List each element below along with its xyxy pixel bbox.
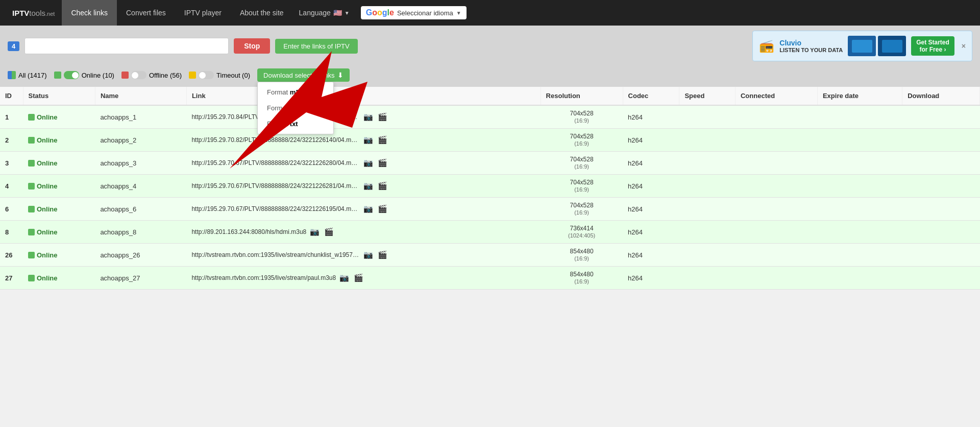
nav-iptv-player[interactable]: IPTV player <box>175 0 231 26</box>
top-nav: IPTVtools.net Check links Convert files … <box>0 0 980 26</box>
play-link-button[interactable]: 🎬 <box>377 181 388 191</box>
cell-status: Online <box>23 152 95 175</box>
play-link-button[interactable]: 🎬 <box>377 250 388 259</box>
copy-link-button[interactable]: 📷 <box>338 273 350 282</box>
badge-count: 4 <box>8 41 19 51</box>
ad-cta-button[interactable]: Get Started for Free › <box>911 36 954 56</box>
link-text: http://195.29.70.82/PLTV/88888888/224/32… <box>191 136 360 144</box>
play-link-button[interactable]: 🎬 <box>377 112 388 122</box>
filter-offline[interactable]: Offline (56) <box>121 71 182 79</box>
cell-resolution: 854x480(16:9) <box>541 244 623 267</box>
status-dot <box>28 275 35 281</box>
copy-link-button[interactable]: 📷 <box>362 204 374 214</box>
table-row: 4 Online achoapps_4 http://195.29.70.67/… <box>0 175 980 198</box>
filter-online[interactable]: Online (10) <box>54 71 114 79</box>
cell-download <box>902 198 980 221</box>
cell-connected <box>735 175 817 198</box>
cell-codec: h264 <box>623 198 679 221</box>
col-header-speed: Speed <box>679 87 736 105</box>
cell-id: 8 <box>0 221 23 244</box>
status-text: Online <box>37 205 57 213</box>
cell-id: 27 <box>0 267 23 290</box>
cell-resolution: 854x480(16:9) <box>541 267 623 290</box>
ad-image-placeholder <box>848 36 906 56</box>
download-selected-button[interactable]: Download selected links ⬇ <box>257 68 350 82</box>
format-cfg-item[interactable]: Format cfg <box>258 100 333 116</box>
cell-connected <box>735 221 817 244</box>
cell-download <box>902 221 980 244</box>
copy-link-button[interactable]: 📷 <box>309 227 321 236</box>
table-row: 26 Online achoapps_26 http://tvstream.rt… <box>0 244 980 267</box>
copy-link-button[interactable]: 📷 <box>362 135 374 145</box>
play-link-button[interactable]: 🎬 <box>377 204 388 214</box>
download-icon: ⬇ <box>337 71 344 79</box>
format-m3u-item[interactable]: Format m3u <box>258 84 333 100</box>
filter-timeout[interactable]: Timeout (0) <box>189 71 250 79</box>
status-text: Online <box>37 113 57 121</box>
cell-speed <box>679 105 736 129</box>
format-txt-value: txt <box>290 120 298 128</box>
cell-codec: h264 <box>623 244 679 267</box>
cell-name: achoapps_3 <box>95 152 186 175</box>
status-dot <box>28 229 35 235</box>
brand-logo[interactable]: IPTVtools.net <box>5 9 62 17</box>
enter-links-button[interactable]: Enter the links of IPTV <box>275 39 357 54</box>
format-txt-item[interactable]: Format txt <box>258 116 333 132</box>
toggle-timeout[interactable] <box>199 71 214 79</box>
ad-text-block: Cluvio LISTEN TO YOUR DATA <box>779 39 843 53</box>
cell-id: 4 <box>0 175 23 198</box>
cell-expire <box>817 175 902 198</box>
cell-expire <box>817 105 902 129</box>
cell-resolution: 704x528(16:9) <box>541 198 623 221</box>
cell-link: http://tvstream.rtvbn.com:1935/live/stre… <box>186 267 541 290</box>
cell-speed <box>679 175 736 198</box>
cell-codec: h264 <box>623 267 679 290</box>
language-label: Language <box>299 9 331 17</box>
translate-dropdown-icon: ▼ <box>456 10 461 16</box>
play-link-button[interactable]: 🎬 <box>323 227 335 236</box>
cell-name: achoapps_2 <box>95 129 186 152</box>
cell-codec: h264 <box>623 152 679 175</box>
google-translate-widget[interactable]: Google Seleccionar idioma ▼ <box>361 6 467 19</box>
copy-link-button[interactable]: 📷 <box>362 250 374 259</box>
brand-tools: tools <box>29 9 45 17</box>
play-link-button[interactable]: 🎬 <box>377 158 388 168</box>
copy-link-button[interactable]: 📷 <box>362 158 374 168</box>
cell-link: http://195.29.70.67/PLTV/88888888/224/32… <box>186 175 541 198</box>
copy-link-button[interactable]: 📷 <box>362 112 374 122</box>
col-header-name: Name <box>95 87 186 105</box>
table-container: ID Status Name Link Resolution Codec Spe… <box>0 87 980 290</box>
table-row: 6 Online achoapps_6 http://195.29.70.67/… <box>0 198 980 221</box>
download-dropdown-wrapper[interactable]: Download selected links ⬇ Format m3u For… <box>257 68 350 82</box>
cell-status: Online <box>23 221 95 244</box>
cell-expire <box>817 198 902 221</box>
stop-button[interactable]: Stop <box>234 38 270 54</box>
nav-convert-files[interactable]: Convert files <box>117 0 175 26</box>
all-color-indicator <box>8 71 16 79</box>
cell-connected <box>735 152 817 175</box>
search-input[interactable] <box>24 38 229 54</box>
table-row: 2 Online achoapps_2 http://195.29.70.82/… <box>0 129 980 152</box>
cell-resolution: 736x414(1024:405) <box>541 221 623 244</box>
cell-link: http://195.29.70.84/PLTV/88888888/224/32… <box>186 105 541 129</box>
ad-close-button[interactable]: × <box>962 42 966 50</box>
cell-name: achoapps_1 <box>95 105 186 129</box>
toggle-online[interactable] <box>64 71 79 79</box>
filter-all[interactable]: All (1417) <box>8 71 47 79</box>
status-text: Online <box>37 159 57 167</box>
flag-icon: 🇺🇸 <box>333 9 342 17</box>
copy-link-button[interactable]: 📷 <box>362 181 374 191</box>
cell-speed <box>679 198 736 221</box>
cell-name: achoapps_8 <box>95 221 186 244</box>
main-toolbar: 4 Stop Enter the links of IPTV 📻 Cluvio … <box>0 26 980 66</box>
nav-about-site[interactable]: About the site <box>231 0 293 26</box>
play-link-button[interactable]: 🎬 <box>353 273 364 282</box>
toggle-offline[interactable] <box>131 71 146 79</box>
nav-check-links[interactable]: Check links <box>62 0 117 26</box>
cell-speed <box>679 129 736 152</box>
link-text: http://195.29.70.67/PLTV/88888888/224/32… <box>191 182 360 189</box>
nav-language[interactable]: Language 🇺🇸 ▼ <box>293 0 356 26</box>
ad-subtitle: LISTEN TO YOUR DATA <box>779 47 843 53</box>
links-table: ID Status Name Link Resolution Codec Spe… <box>0 87 980 290</box>
play-link-button[interactable]: 🎬 <box>377 135 388 145</box>
